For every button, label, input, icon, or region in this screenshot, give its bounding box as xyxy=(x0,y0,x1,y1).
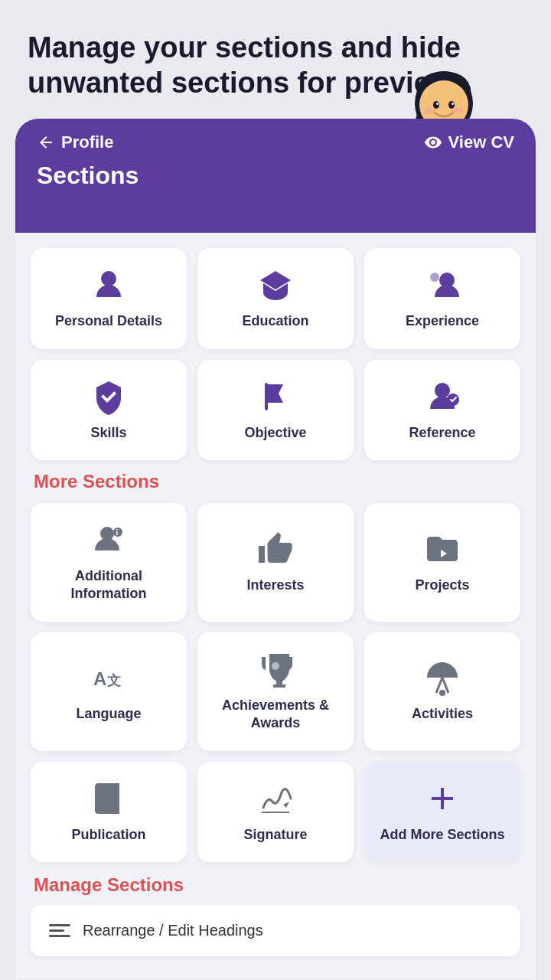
phone-screen: Profile View CV Sections xyxy=(15,119,536,979)
phone-mockup: Profile View CV Sections xyxy=(15,119,536,979)
shield-icon xyxy=(90,378,127,415)
objective-label: Objective xyxy=(244,424,306,442)
add-more-sections-label: Add More Sections xyxy=(380,826,504,844)
section-card-publication[interactable]: Publication xyxy=(31,762,187,862)
skills-label: Skills xyxy=(90,424,126,442)
experience-label: Experience xyxy=(406,312,479,330)
folder-icon xyxy=(424,531,461,567)
more-sections-label: More Sections xyxy=(34,471,520,492)
flag-icon xyxy=(257,378,294,415)
education-label: Education xyxy=(242,312,308,330)
person-icon xyxy=(90,266,127,303)
additional-info-label: Additional Information xyxy=(43,567,174,603)
svg-point-19 xyxy=(430,273,439,282)
graduation-icon xyxy=(257,266,294,303)
svg-point-21 xyxy=(435,383,450,398)
signature-icon xyxy=(257,780,294,817)
personal-details-label: Personal Details xyxy=(55,312,162,330)
svg-point-17 xyxy=(101,271,116,286)
signature-label: Signature xyxy=(243,826,307,844)
section-card-additional-info[interactable]: i Additional Information xyxy=(31,503,187,622)
section-card-language[interactable]: A 文 Language xyxy=(31,632,187,751)
nav-profile-label: Profile xyxy=(61,132,113,152)
svg-point-7 xyxy=(425,108,435,114)
section-card-reference[interactable]: Reference xyxy=(364,360,520,460)
publication-label: Publication xyxy=(71,826,145,844)
info-person-icon: i xyxy=(90,521,127,558)
nav-view-cv-button[interactable]: View CV xyxy=(424,132,514,152)
svg-text:i: i xyxy=(116,528,119,537)
reference-icon xyxy=(424,378,461,415)
activities-label: Activities xyxy=(412,705,473,723)
manage-sections-label: Manage Sections xyxy=(34,874,520,896)
rearrange-row[interactable]: Rearrange / Edit Headings xyxy=(31,905,520,956)
more-sections-grid: i Additional Information Interests xyxy=(31,503,520,862)
section-card-activities[interactable]: Activities xyxy=(364,632,520,751)
section-card-personal-details[interactable]: Personal Details xyxy=(31,248,187,348)
section-card-education[interactable]: Education xyxy=(197,248,354,348)
section-card-achievements[interactable]: Achievements & Awards xyxy=(197,632,354,751)
language-icon: A 文 xyxy=(90,659,127,696)
reference-label: Reference xyxy=(409,424,475,442)
svg-point-5 xyxy=(436,103,439,105)
plus-icon xyxy=(424,780,461,817)
nav-view-cv-label: View CV xyxy=(448,132,514,152)
trophy-icon xyxy=(257,651,294,688)
main-sections-grid: Personal Details Education xyxy=(31,248,520,460)
experience-icon xyxy=(424,266,461,303)
rearrange-label: Rearrange / Edit Headings xyxy=(83,922,263,939)
svg-rect-20 xyxy=(265,383,268,410)
projects-label: Projects xyxy=(415,577,469,594)
section-card-experience[interactable]: Experience xyxy=(364,248,520,348)
book-icon xyxy=(90,780,127,817)
section-card-projects[interactable]: Projects xyxy=(364,503,520,622)
interests-label: Interests xyxy=(246,577,304,594)
app-header: Profile View CV Sections xyxy=(15,119,536,233)
app-nav: Profile View CV xyxy=(37,132,514,152)
section-card-interests[interactable]: Interests xyxy=(197,503,354,622)
page-wrapper: Manage your sections and hide unwanted s… xyxy=(0,0,551,979)
svg-text:文: 文 xyxy=(107,673,121,688)
achievements-label: Achievements & Awards xyxy=(210,697,341,733)
section-card-objective[interactable]: Objective xyxy=(197,360,354,460)
svg-point-4 xyxy=(448,101,455,109)
svg-point-8 xyxy=(452,108,463,114)
svg-text:A: A xyxy=(93,668,106,689)
language-label: Language xyxy=(76,705,141,723)
svg-point-31 xyxy=(439,690,445,696)
section-card-skills[interactable]: Skills xyxy=(31,360,187,460)
rearrange-icon xyxy=(49,924,70,937)
sections-title: Sections xyxy=(37,162,514,190)
svg-point-28 xyxy=(272,662,279,670)
section-card-signature[interactable]: Signature xyxy=(197,762,354,862)
svg-point-6 xyxy=(452,103,454,105)
thumbs-up-icon xyxy=(257,531,294,567)
section-card-add-more[interactable]: Add More Sections xyxy=(364,762,520,862)
nav-back-button[interactable]: Profile xyxy=(37,132,113,152)
svg-point-3 xyxy=(433,101,439,109)
parachute-icon xyxy=(424,659,461,696)
content-area: Personal Details Education xyxy=(15,233,536,979)
